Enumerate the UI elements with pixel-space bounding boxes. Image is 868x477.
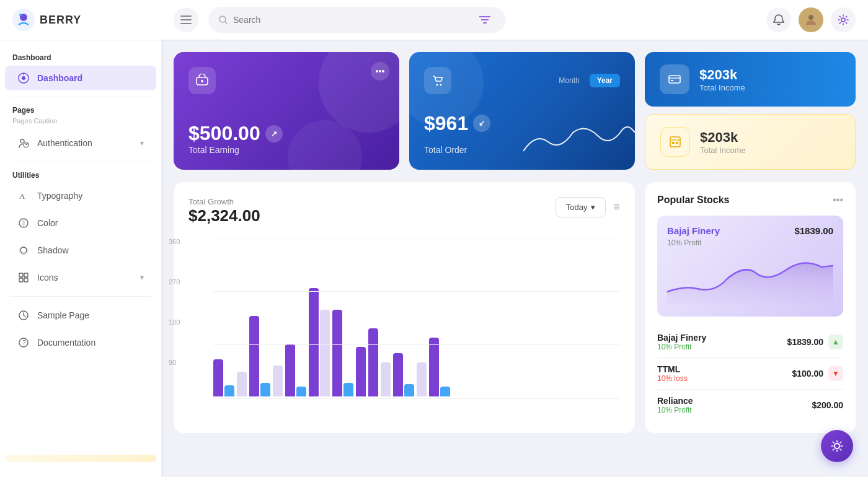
bar: [285, 344, 295, 396]
search-input[interactable]: [233, 15, 469, 25]
sidebar-shadow-label: Shadow: [37, 245, 144, 255]
stocks-header: Popular Stocks •••: [657, 195, 843, 206]
svg-rect-36: [676, 142, 678, 144]
sidebar-item-sample-page[interactable]: Sample Page: [5, 303, 156, 328]
bar: [429, 338, 439, 396]
svg-point-31: [440, 84, 442, 86]
documentation-icon: ?: [17, 336, 30, 349]
bar: [237, 372, 247, 396]
authentication-chevron: ▾: [140, 139, 144, 147]
stock-list: Bajaj Finery 10% Profit $1839.00 ▲ TTML …: [657, 326, 843, 421]
stocks-menu-button[interactable]: •••: [833, 195, 843, 206]
stock-name-1: Bajaj Finery: [657, 333, 706, 343]
sidebar-item-dashboard[interactable]: Dashboard: [5, 66, 156, 90]
bar: [393, 353, 403, 396]
stocks-card: Popular Stocks ••• Bajaj Finery $1839.00…: [645, 182, 856, 433]
bar: [320, 310, 330, 396]
sidebar-bottom-banner: [5, 455, 156, 462]
bar: [368, 328, 378, 396]
income-yellow-amount: $203k: [700, 129, 746, 146]
header-right: [766, 7, 856, 32]
svg-rect-34: [670, 137, 680, 147]
hamburger-button[interactable]: [174, 7, 198, 32]
bar: [404, 384, 414, 396]
sidebar-dashboard-label: Dashboard: [37, 73, 144, 83]
sidebar: Dashboard Dashboard Pages Pages Caption: [0, 40, 161, 477]
chart-header: Total Growth $2,324.00 Today ▾ ≡: [188, 197, 620, 225]
chart-card: Total Growth $2,324.00 Today ▾ ≡ 360: [174, 182, 635, 433]
bar: [332, 310, 342, 396]
order-amount: $961 ↙: [424, 112, 490, 135]
sidebar-documentation-label: Documentation: [37, 338, 144, 348]
card-income-blue: $203k Total Income: [645, 52, 856, 107]
stock-list-item: Reliance 10% Profit $200.00: [657, 390, 843, 421]
period-year-tab[interactable]: Year: [590, 74, 620, 87]
svg-point-16: [24, 142, 29, 147]
income-yellow-label: Total Income: [700, 146, 746, 155]
svg-point-19: [20, 247, 27, 253]
stock-list-item: Bajaj Finery 10% Profit $1839.00 ▲: [657, 326, 843, 358]
sidebar-item-documentation[interactable]: ? Documentation: [5, 330, 156, 355]
bar: [260, 383, 270, 396]
svg-rect-21: [19, 273, 23, 277]
svg-point-30: [436, 84, 438, 86]
stocks-title: Popular Stocks: [657, 195, 729, 206]
sample-page-icon: [17, 309, 30, 322]
period-month-tab[interactable]: Month: [551, 74, 587, 87]
stock-name-3: Reliance: [657, 396, 693, 406]
svg-text:?: ?: [22, 339, 26, 346]
color-icon: [17, 217, 30, 229]
sidebar-typography-label: Typography: [37, 191, 144, 201]
stock-profit-1: 10% Profit: [657, 343, 706, 351]
logo-icon: [12, 9, 35, 31]
bar: [440, 387, 450, 396]
stock-profit-3: 10% Profit: [657, 406, 693, 414]
settings-button[interactable]: [831, 7, 856, 32]
featured-stock-name: Bajaj Finery: [667, 225, 720, 236]
stock-price-3: $200.00: [812, 400, 843, 410]
fab-button[interactable]: [821, 430, 853, 462]
notification-button[interactable]: [766, 7, 791, 32]
earning-card-menu[interactable]: •••: [371, 62, 389, 81]
header: BERRY: [0, 0, 868, 40]
bar: [381, 362, 391, 396]
sidebar-item-authentication[interactable]: Authentication ▾: [5, 131, 156, 155]
sidebar-sample-page-label: Sample Page: [37, 310, 144, 320]
avatar[interactable]: [799, 7, 823, 32]
authentication-icon: [17, 137, 30, 149]
utilities-section-title: Utilities: [0, 167, 161, 182]
svg-rect-4: [180, 19, 192, 20]
stock-price-2: $100.00: [792, 369, 823, 379]
sidebar-item-color[interactable]: Color: [5, 211, 156, 235]
stock-name-2: TTML: [657, 364, 688, 374]
earning-amount: $500.00 ↗: [188, 122, 384, 145]
income-blue-amount: $203k: [699, 67, 745, 83]
stock-badge-up-1: ▲: [828, 335, 843, 349]
svg-rect-24: [24, 278, 28, 282]
sidebar-item-typography[interactable]: A Typography: [5, 183, 156, 208]
pages-caption: Pages Caption: [0, 117, 161, 129]
sidebar-item-icons[interactable]: Icons ▾: [5, 265, 156, 290]
svg-rect-32: [669, 76, 680, 83]
svg-text:A: A: [19, 191, 25, 201]
sidebar-authentication-label: Authentication: [37, 138, 133, 148]
earning-trend-icon: ↗: [265, 125, 283, 142]
dashboard-icon: [17, 72, 30, 84]
svg-rect-5: [180, 23, 192, 24]
stock-badge-down-2: ▼: [828, 366, 843, 381]
stock-profit-2: 10% loss: [657, 374, 688, 383]
sidebar-item-shadow[interactable]: Shadow: [5, 238, 156, 263]
chart-menu-button[interactable]: ≡: [613, 201, 620, 214]
sidebar-divider-3: [10, 296, 151, 297]
filter-button[interactable]: [474, 9, 496, 31]
today-label: Today: [566, 203, 588, 212]
featured-stock-price: $1839.00: [794, 225, 833, 236]
today-button[interactable]: Today ▾: [556, 197, 606, 217]
svg-point-29: [201, 80, 203, 82]
search-bar: [208, 7, 506, 33]
app-name: BERRY: [40, 14, 81, 27]
bar-chart-container: 360 270 180 90: [188, 238, 620, 399]
pages-section-title: Pages: [0, 102, 161, 117]
svg-point-10: [808, 15, 813, 20]
svg-point-15: [20, 139, 24, 143]
